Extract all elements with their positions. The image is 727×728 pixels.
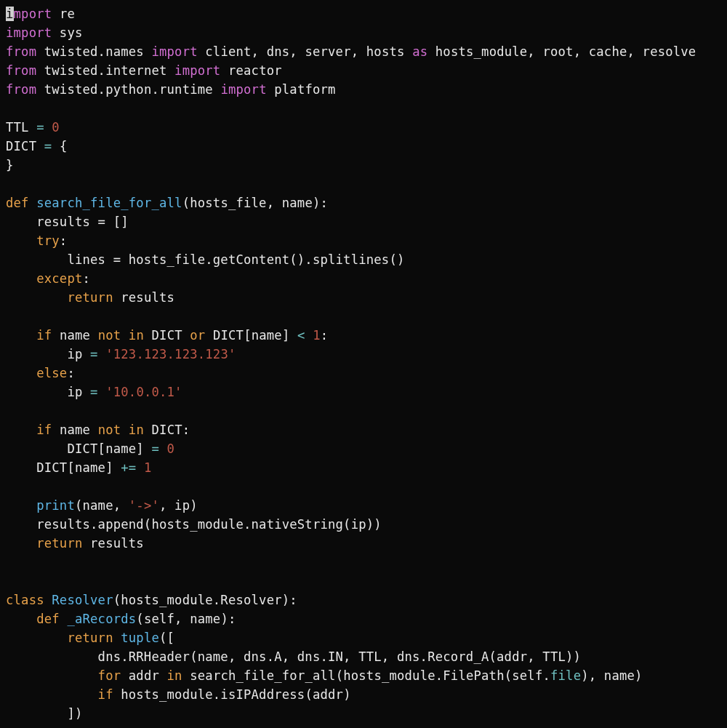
cursor: i [6,7,14,21]
line: TTL = 0 [6,120,60,135]
code-editor[interactable]: import re import sys from twisted.names … [0,0,727,727]
line: from twisted.internet import reactor [6,63,282,78]
line: import re [6,7,75,21]
line: class Resolver(hosts_module.Resolver): [6,593,297,607]
line: ]) [6,706,83,721]
line: results = [] [6,215,129,229]
line: ip = '10.0.0.1' [6,385,182,399]
line: DICT[name] = 0 [6,441,174,456]
line: } [6,158,14,172]
line: except: [6,271,90,286]
line: lines = hosts_file.getContent().splitlin… [6,252,405,267]
line: return tuple([ [6,631,174,645]
line: return results [6,536,144,551]
line: DICT = { [6,139,67,153]
line: print(name, '->', ip) [6,498,198,513]
line: results.append(hosts_module.nativeString… [6,517,382,532]
line: if name not in DICT or DICT[name] < 1: [6,328,328,343]
line: dns.RRHeader(name, dns.A, dns.IN, TTL, d… [6,649,581,664]
line: return results [6,290,174,305]
line: if hosts_module.isIPAddress(addr) [6,687,351,702]
line: import sys [6,25,83,40]
line: def _aRecords(self, name): [6,612,236,626]
line: def search_file_for_all(hosts_file, name… [6,196,328,210]
line: if name not in DICT: [6,423,190,437]
line: else: [6,366,75,380]
line: from twisted.python.runtime import platf… [6,82,336,97]
line: try: [6,233,67,248]
line: DICT[name] += 1 [6,460,151,475]
line: for addr in search_file_for_all(hosts_mo… [6,668,643,683]
line: from twisted.names import client, dns, s… [6,44,696,59]
line: ip = '123.123.123.123' [6,347,236,361]
